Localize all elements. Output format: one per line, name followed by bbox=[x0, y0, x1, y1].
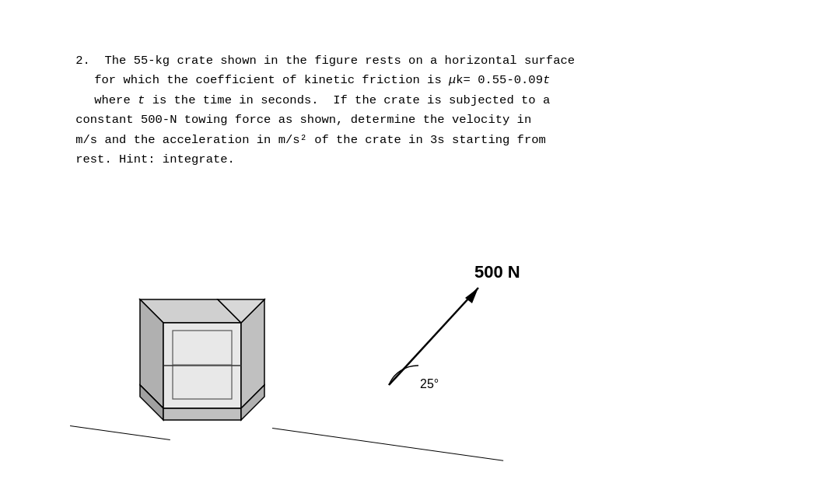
figure-area: 25° 500 N bbox=[47, 206, 793, 478]
angle-label: 25° bbox=[420, 377, 439, 391]
text-line3-indent: where bbox=[65, 93, 138, 107]
mu-sub: k= 0.55-0.09 bbox=[456, 73, 543, 87]
ground-line-right bbox=[272, 428, 503, 462]
mu-symbol: μ bbox=[449, 73, 456, 87]
text-line2: for which the coefficient of kinetic fri… bbox=[65, 73, 550, 87]
problem-text: 2. The 55-kg crate shown in the figure r… bbox=[47, 31, 793, 191]
force-label: 500 N bbox=[474, 262, 520, 282]
t-italic2: t bbox=[138, 93, 145, 107]
text-line1: The 55-kg crate shown in the figure rest… bbox=[104, 54, 575, 68]
text-line6: rest. Hint: integrate. bbox=[75, 152, 235, 166]
problem-number: 2. bbox=[75, 54, 104, 68]
text-line3b: is the time in seconds. If the crate is … bbox=[145, 93, 550, 107]
t-italic: t bbox=[543, 73, 550, 87]
text-line4: constant 500-N towing force as shown, de… bbox=[75, 113, 531, 127]
svg-line-13 bbox=[389, 288, 478, 385]
crate-svg bbox=[117, 284, 280, 439]
page-content: 2. The 55-kg crate shown in the figure r… bbox=[0, 0, 840, 502]
svg-marker-11 bbox=[163, 408, 241, 420]
text-line5: m/s and the acceleration in m/s² of the … bbox=[75, 133, 546, 147]
for-which: for which the coefficient of kinetic fri… bbox=[94, 73, 449, 87]
